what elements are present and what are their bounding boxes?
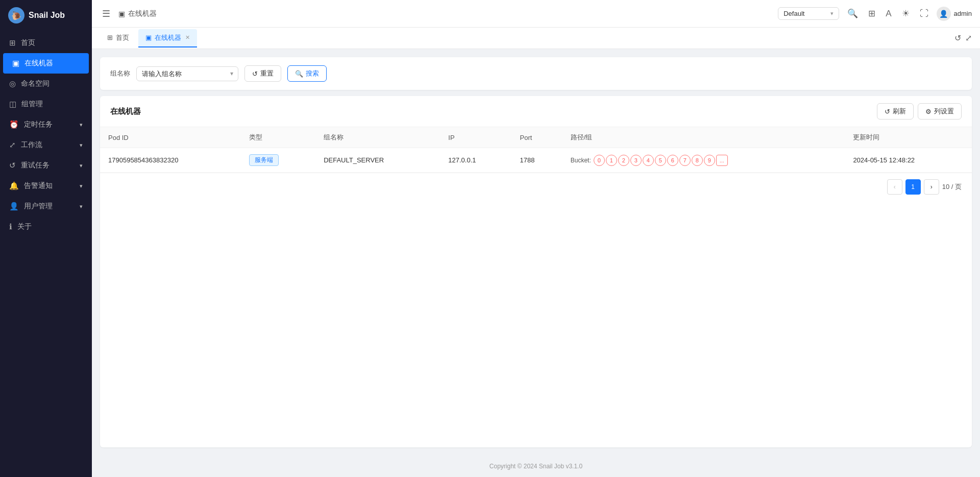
sidebar-menu: ⊞ 首页 ▣ 在线机器 ◎ 命名空间 ◫ 组管理 ⏰ 定时任务 ▾ ⤢ 工作流 … xyxy=(0,31,92,477)
sidebar-item-alert[interactable]: 🔔 告警通知 ▾ xyxy=(0,176,92,196)
refresh-icon: ↺ xyxy=(885,108,890,115)
col-group-name: 组名称 xyxy=(315,127,440,148)
tab-online-label: 在线机器 xyxy=(155,33,181,42)
admin-button[interactable]: 👤 admin xyxy=(937,7,972,21)
footer-text: Copyright © 2024 Snail Job v3.1.0 xyxy=(489,463,582,470)
online-machine-table: Pod ID 类型 组名称 IP Port 路径/组 更新时间 17905958… xyxy=(100,127,972,173)
tab-online-icon: ▣ xyxy=(145,34,152,41)
table-header: 在线机器 ↺ 刷新 ⚙ 列设置 xyxy=(100,96,972,127)
search-icon: 🔍 xyxy=(295,70,303,78)
collapse-button[interactable]: ☰ xyxy=(100,6,112,21)
sidebar-item-label: 定时任务 xyxy=(24,120,53,129)
app-name: Snail Job xyxy=(29,11,65,20)
sidebar-item-label: 关于 xyxy=(17,222,32,231)
bucket-list: Bucket: 0 1 2 3 4 5 6 7 8 9 xyxy=(571,155,728,166)
cell-update-time: 2024-05-15 12:48:22 xyxy=(845,148,972,173)
namespace-select[interactable]: Default ▾ xyxy=(778,7,839,20)
top-header: ☰ ▣ 在线机器 Default ▾ 🔍 ⊞ A ☀ ⛶ 👤 admin xyxy=(92,0,980,28)
sidebar-item-home[interactable]: ⊞ 首页 xyxy=(0,33,92,53)
avatar: 👤 xyxy=(937,7,951,21)
tab-home-label: 首页 xyxy=(116,33,129,42)
next-page-button[interactable]: › xyxy=(924,179,939,195)
bucket-tag-5[interactable]: 5 xyxy=(655,155,666,166)
group-icon: ◫ xyxy=(9,100,16,109)
sidebar-item-workflow[interactable]: ⤢ 工作流 ▾ xyxy=(0,135,92,155)
sidebar-item-scheduled-task[interactable]: ⏰ 定时任务 ▾ xyxy=(0,114,92,135)
bucket-tag-1[interactable]: 1 xyxy=(606,155,617,166)
bucket-tag-2[interactable]: 2 xyxy=(618,155,629,166)
sidebar-item-retry-task[interactable]: ↺ 重试任务 ▾ xyxy=(0,155,92,176)
cell-ip: 127.0.0.1 xyxy=(440,148,511,173)
search-button[interactable]: 🔍 搜索 xyxy=(287,65,327,82)
main-area: ☰ ▣ 在线机器 Default ▾ 🔍 ⊞ A ☀ ⛶ 👤 admin ⊞ 首… xyxy=(92,0,980,477)
tab-home[interactable]: ⊞ 首页 xyxy=(100,29,136,47)
search-icon[interactable]: 🔍 xyxy=(845,6,860,21)
table-title: 在线机器 xyxy=(110,107,141,116)
refresh-button[interactable]: ↺ 刷新 xyxy=(877,103,914,120)
scheduled-icon: ⏰ xyxy=(9,120,19,129)
col-update-time: 更新时间 xyxy=(845,127,972,148)
admin-label: admin xyxy=(954,10,972,17)
tab-close-button[interactable]: ✕ xyxy=(185,34,190,41)
chevron-down-icon: ▾ xyxy=(830,10,834,17)
tab-expand-icon[interactable]: ⤢ xyxy=(965,33,972,43)
sidebar-item-namespace[interactable]: ◎ 命名空间 xyxy=(0,74,92,94)
tab-online-machine[interactable]: ▣ 在线机器 ✕ xyxy=(138,29,197,47)
retry-icon: ↺ xyxy=(9,161,16,170)
sidebar-item-online-machine[interactable]: ▣ 在线机器 xyxy=(3,53,89,74)
app-logo: 🐌 Snail Job xyxy=(0,0,92,31)
bucket-tag-4[interactable]: 4 xyxy=(643,155,654,166)
page-1-button[interactable]: 1 xyxy=(905,179,921,195)
namespace-icon: ◎ xyxy=(9,79,16,88)
table-actions: ↺ 刷新 ⚙ 列设置 xyxy=(877,103,962,120)
bucket-tag-6[interactable]: 6 xyxy=(667,155,678,166)
group-label: 组名称 xyxy=(110,69,130,78)
tab-refresh-icon[interactable]: ↺ xyxy=(954,33,961,43)
logo-icon: 🐌 xyxy=(8,7,24,23)
table-section: 在线机器 ↺ 刷新 ⚙ 列设置 Pod ID 类型 xyxy=(100,96,972,447)
reset-button[interactable]: ↺ 重置 xyxy=(244,65,281,82)
bucket-more-button[interactable]: ... xyxy=(716,155,728,166)
cell-path-group: Bucket: 0 1 2 3 4 5 6 7 8 9 xyxy=(562,148,845,173)
page-content: 组名称 请输入组名称 ↺ 重置 🔍 搜索 在线机器 ↺ xyxy=(92,49,980,456)
sidebar-item-user-mgmt[interactable]: 👤 用户管理 ▾ xyxy=(0,196,92,217)
pagination: ‹ 1 › 10 / 页 xyxy=(100,173,972,201)
online-machine-icon: ▣ xyxy=(12,59,19,68)
bucket-tag-0[interactable]: 0 xyxy=(594,155,605,166)
translate-icon[interactable]: A xyxy=(884,7,893,21)
bucket-tag-8[interactable]: 8 xyxy=(692,155,703,166)
reset-label: 重置 xyxy=(260,69,274,78)
bucket-tag-3[interactable]: 3 xyxy=(630,155,642,166)
sidebar-item-label: 重试任务 xyxy=(21,161,50,170)
fullscreen-icon[interactable]: ⛶ xyxy=(918,7,930,21)
cell-type: 服务端 xyxy=(241,148,315,173)
tabs-bar: ⊞ 首页 ▣ 在线机器 ✕ ↺ ⤢ xyxy=(92,28,980,49)
table-row: 1790595854363832320 服务端 DEFAULT_SERVER 1… xyxy=(100,148,972,173)
about-icon: ℹ xyxy=(9,222,12,231)
theme-icon[interactable]: ☀ xyxy=(900,6,912,21)
prev-page-button[interactable]: ‹ xyxy=(887,179,902,195)
bucket-label: Bucket: xyxy=(571,157,591,164)
col-pod-id: Pod ID xyxy=(100,127,241,148)
footer: Copyright © 2024 Snail Job v3.1.0 xyxy=(92,456,980,477)
sidebar-item-label: 在线机器 xyxy=(24,59,53,68)
filter-bar: 组名称 请输入组名称 ↺ 重置 🔍 搜索 xyxy=(100,57,972,90)
workflow-icon: ⤢ xyxy=(9,140,16,150)
group-name-select-wrap: 请输入组名称 xyxy=(136,66,238,81)
sidebar-item-label: 用户管理 xyxy=(24,202,53,211)
bucket-tag-7[interactable]: 7 xyxy=(679,155,691,166)
namespace-value: Default xyxy=(783,10,804,17)
layout-icon[interactable]: ⊞ xyxy=(866,6,877,21)
col-ip: IP xyxy=(440,127,511,148)
col-port: Port xyxy=(512,127,562,148)
sidebar-item-group[interactable]: ◫ 组管理 xyxy=(0,94,92,114)
page-size-info: 10 / 页 xyxy=(942,182,962,192)
sidebar-item-about[interactable]: ℹ 关于 xyxy=(0,217,92,237)
bucket-tag-9[interactable]: 9 xyxy=(704,155,715,166)
group-name-select[interactable]: 请输入组名称 xyxy=(136,66,238,81)
cell-pod-id: 1790595854363832320 xyxy=(100,148,241,173)
type-badge: 服务端 xyxy=(249,154,279,166)
column-settings-button[interactable]: ⚙ 列设置 xyxy=(918,103,962,120)
sidebar-item-label: 告警通知 xyxy=(24,181,53,190)
cell-port: 1788 xyxy=(512,148,562,173)
